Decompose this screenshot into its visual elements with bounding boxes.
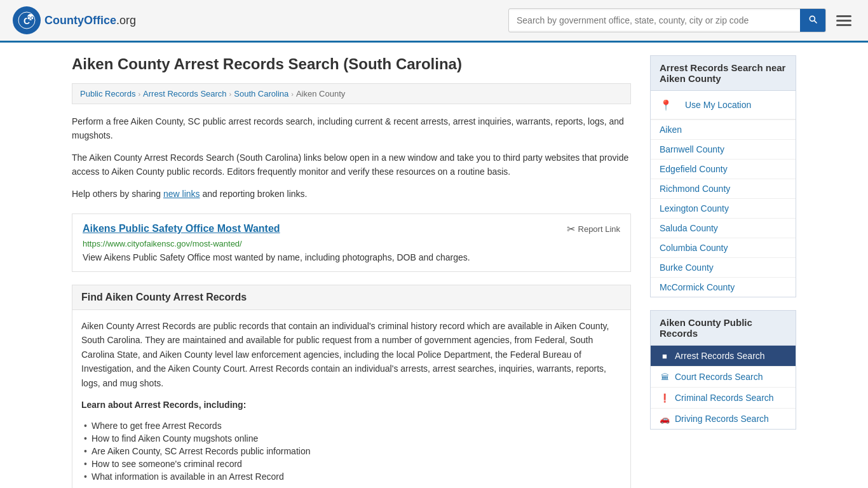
nearby-list-item-lexington: Lexington County [651, 199, 796, 219]
header-right [508, 8, 855, 32]
sidebar: Arrest Records Search near Aiken County … [650, 55, 796, 488]
breadcrumb-arrest-records[interactable]: Arrest Records Search [143, 89, 227, 98]
arrest-icon: ■ [660, 351, 670, 361]
nearby-list-item-columbia: Columbia County [651, 238, 796, 258]
breadcrumb-public-records[interactable]: Public Records [80, 89, 135, 98]
logo-domain: .org [116, 14, 136, 27]
use-location-link[interactable]: Use My Location [676, 95, 760, 114]
nearby-list-item-aiken: Aiken [651, 120, 796, 140]
logo-icon: C CO [13, 6, 41, 34]
logo-text[interactable]: CountyOffice.org [44, 14, 136, 27]
description-1: Perform a free Aiken County, SC public a… [72, 114, 631, 143]
find-header: Find Aiken County Arrest Records [72, 285, 631, 310]
nearby-list: 📍 Use My Location Aiken Barnwell County … [650, 91, 796, 297]
logo-area: C CO CountyOffice.org [13, 6, 136, 34]
breadcrumb-sep-3: › [291, 90, 294, 98]
criminal-icon: ❗ [660, 393, 670, 403]
resource-card-header: Aikens Public Safety Office Most Wanted … [72, 214, 630, 239]
nearby-list-item-richmond: Richmond County [651, 179, 796, 199]
nearby-section: Arrest Records Search near Aiken County … [650, 55, 796, 297]
content-area: Aiken County Arrest Records Search (Sout… [72, 55, 631, 488]
learn-list: Where to get free Arrest Records How to … [81, 419, 621, 483]
nearby-list-item-edgefield: Edgefield County [651, 159, 796, 179]
breadcrumb-sep-2: › [229, 90, 232, 98]
public-records-title: Aiken County Public Records [650, 310, 796, 346]
header: C CO CountyOffice.org [0, 0, 868, 43]
svg-text:CO: CO [27, 15, 34, 21]
search-input[interactable] [509, 10, 800, 30]
hamburger-menu-button[interactable] [832, 11, 855, 30]
list-item: How to find Aiken County mugshots online [81, 432, 621, 445]
resource-description: View Aikens Public Safety Office most wa… [72, 252, 630, 271]
search-button[interactable] [800, 9, 825, 32]
description-3: Help others by sharing new links and rep… [72, 187, 631, 201]
new-links-link[interactable]: new links [163, 189, 200, 199]
court-icon: 🏛 [660, 372, 670, 382]
nearby-list-item-saluda: Saluda County [651, 219, 796, 238]
main-container: Aiken County Arrest Records Search (Sout… [59, 43, 809, 488]
public-records-list: ■ Arrest Records Search 🏛 Court Records … [650, 346, 796, 430]
driving-icon: 🚗 [660, 414, 670, 424]
pin-icon: 📍 [660, 99, 672, 111]
pub-records-item-driving: 🚗 Driving Records Search [651, 409, 796, 429]
list-item: What information is available in an Arre… [81, 470, 621, 483]
pub-records-item-court: 🏛 Court Records Search [651, 367, 796, 388]
pub-records-item-arrest: ■ Arrest Records Search [651, 346, 796, 367]
list-item: How to see someone's criminal record [81, 458, 621, 470]
breadcrumb-sep-1: › [138, 90, 140, 98]
find-body: Aiken County Arrest Records are public r… [72, 310, 631, 488]
resource-card: Aikens Public Safety Office Most Wanted … [72, 214, 631, 272]
nearby-list-item-barnwell: Barnwell County [651, 140, 796, 159]
resource-title-link[interactable]: Aikens Public Safety Office Most Wanted [83, 223, 280, 234]
report-link-button[interactable]: ✂ Report Link [567, 223, 620, 235]
nearby-list-item-mccormick: McCormick County [651, 278, 796, 297]
description-2: The Aiken County Arrest Records Search (… [72, 151, 631, 179]
list-item: Are Aiken County, SC Arrest Records publ… [81, 445, 621, 458]
find-section: Find Aiken County Arrest Records Aiken C… [72, 285, 631, 488]
resource-url: https://www.cityofaikensc.gov/most-wante… [72, 239, 630, 252]
search-bar [508, 8, 826, 32]
report-icon: ✂ [567, 223, 575, 235]
use-location-item: 📍 Use My Location [651, 91, 796, 120]
find-body-text: Aiken County Arrest Records are public r… [81, 319, 621, 390]
nearby-title: Arrest Records Search near Aiken County [650, 55, 796, 91]
breadcrumb: Public Records › Arrest Records Search ›… [72, 83, 631, 104]
breadcrumb-aiken-county: Aiken County [296, 89, 345, 98]
learn-label: Learn about Arrest Records, including: [81, 398, 621, 412]
pub-records-item-criminal: ❗ Criminal Records Search [651, 388, 796, 409]
breadcrumb-south-carolina[interactable]: South Carolina [234, 89, 288, 98]
page-title: Aiken County Arrest Records Search (Sout… [72, 55, 631, 73]
nearby-list-item-burke: Burke County [651, 258, 796, 278]
list-item: Where to get free Arrest Records [81, 419, 621, 432]
public-records-section: Aiken County Public Records ■ Arrest Rec… [650, 310, 796, 430]
